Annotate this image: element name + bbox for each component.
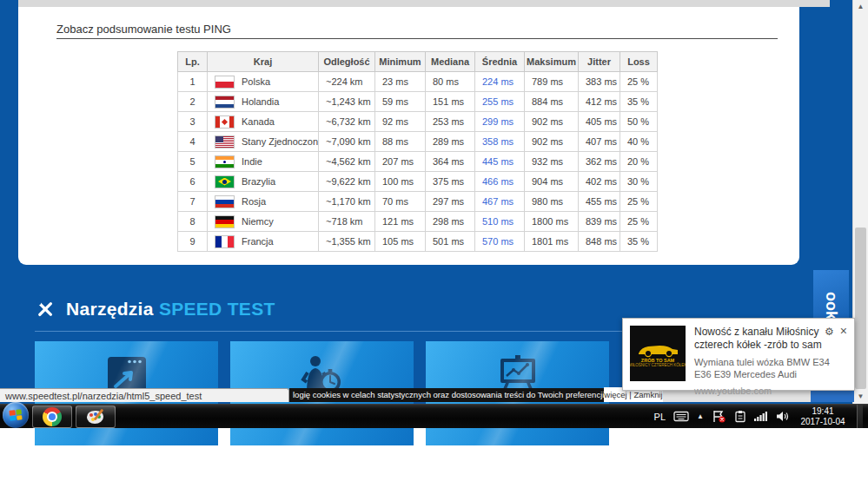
cell-loss: 30 %: [620, 172, 658, 192]
scrollbar-thumb[interactable]: [855, 228, 866, 389]
ping-title-rule: [56, 38, 778, 39]
network-signal-icon[interactable]: [754, 411, 768, 422]
cell-maximum: 1800 ms: [525, 212, 579, 232]
cell-distance: ~1,355 km: [319, 232, 375, 252]
clock-date: 2017-10-04: [797, 417, 849, 427]
notification-source: www.youtube.com: [694, 386, 847, 396]
cell-country: Polska: [208, 72, 319, 92]
cell-minimum: 70 ms: [375, 192, 426, 212]
fr-flag-icon: [215, 235, 235, 248]
cell-jitter: 405 ms: [579, 112, 620, 132]
column-header: Minimum: [375, 52, 426, 72]
cell-minimum: 105 ms: [375, 232, 426, 252]
cell-country: Brazylia: [208, 172, 319, 192]
taskbar-chrome-button[interactable]: [32, 406, 72, 428]
show-desktop-button[interactable]: [857, 405, 863, 428]
cell-minimum: 121 ms: [375, 212, 426, 232]
gear-icon[interactable]: ⚙: [825, 326, 834, 338]
ru-flag-icon: [215, 195, 235, 208]
cell-minimum: 207 ms: [375, 152, 426, 172]
cell-average-link[interactable]: 570 ms: [475, 232, 525, 252]
ping-section-title: Zobacz podsumowanie testu PING: [56, 23, 231, 36]
notification-text: Wymiana tulei wózka BMW E34 E36 E39 Merc…: [694, 356, 847, 380]
country-name: Brazylia: [242, 176, 275, 187]
country-name: Indie: [242, 156, 262, 167]
country-name: Francja: [242, 236, 274, 247]
cell-lp: 2: [178, 92, 208, 112]
cell-median: 364 ms: [426, 152, 475, 172]
cell-loss: 25 %: [620, 192, 658, 212]
cell-jitter: 412 ms: [579, 92, 620, 112]
cell-distance: ~1,170 km: [319, 192, 375, 212]
cell-jitter: 402 ms: [579, 172, 620, 192]
cell-loss: 35 %: [620, 232, 658, 252]
cell-maximum: 884 ms: [525, 92, 579, 112]
browser-status-url: www.speedtest.pl/narzedzia/html5_speed_t…: [0, 388, 289, 402]
cell-jitter: 455 ms: [579, 192, 620, 212]
cell-distance: ~224 km: [319, 72, 375, 92]
br-flag-icon: [215, 175, 235, 188]
cell-distance: ~1,243 km: [319, 92, 375, 112]
cell-minimum: 59 ms: [375, 92, 426, 112]
cell-jitter: 407 ms: [579, 132, 620, 152]
tools-icon: [35, 299, 56, 320]
cell-country: Niemcy: [208, 212, 319, 232]
country-name: Rosja: [242, 196, 266, 207]
cell-average-link[interactable]: 224 ms: [475, 72, 525, 92]
notification-thumbnail[interactable]: ZRÓB TO SAM MIŁOŚNICY CZTERECH KÓŁEK: [630, 326, 686, 381]
cell-average-link[interactable]: 299 ms: [475, 112, 525, 132]
language-indicator[interactable]: PL: [654, 412, 666, 422]
taskbar-paint-button[interactable]: [76, 406, 116, 428]
cell-average-link[interactable]: 510 ms: [475, 212, 525, 232]
cell-minimum: 92 ms: [375, 112, 426, 132]
column-header: Kraj: [208, 52, 319, 72]
cell-median: 501 ms: [426, 232, 475, 252]
cell-minimum: 100 ms: [375, 172, 426, 192]
scrollbar-up-arrow[interactable]: ▲: [857, 3, 865, 10]
cell-country: Rosja: [208, 192, 319, 212]
cell-median: 80 ms: [426, 72, 475, 92]
windows-taskbar: PL ▲: [0, 404, 868, 428]
cell-loss: 50 %: [620, 112, 658, 132]
column-header: Loss: [620, 52, 658, 72]
cell-average-link[interactable]: 358 ms: [475, 132, 525, 152]
windows-update-icon[interactable]: [734, 410, 746, 423]
cell-median: 298 ms: [426, 212, 475, 232]
cell-country: Holandia: [208, 92, 319, 112]
table-row: 6Brazylia~9,622 km100 ms375 ms466 ms904 …: [178, 172, 658, 192]
cell-country: Stany Zjednoczone: [208, 132, 319, 152]
scrollbar-down-arrow[interactable]: ▼: [857, 392, 865, 400]
notification-actions: ⚙ ×: [822, 326, 847, 338]
cell-average-link[interactable]: 466 ms: [475, 172, 525, 192]
in-flag-icon: [215, 155, 235, 168]
cell-lp: 8: [178, 212, 208, 232]
cell-distance: ~718 km: [319, 212, 375, 232]
cell-average-link[interactable]: 467 ms: [475, 192, 525, 212]
tools-title: Narzędzia SPEED TEST: [66, 299, 275, 320]
ping-table-body: 1Polska~224 km23 ms80 ms224 ms789 ms383 …: [178, 72, 658, 252]
de-flag-icon: [215, 215, 235, 228]
cell-average-link[interactable]: 445 ms: [475, 152, 525, 172]
cell-maximum: 902 ms: [525, 132, 579, 152]
start-button[interactable]: [3, 402, 29, 428]
keyboard-icon[interactable]: [673, 411, 689, 422]
hidden-icons-arrow[interactable]: ▲: [697, 412, 704, 420]
cell-median: 289 ms: [426, 132, 475, 152]
taskbar-clock[interactable]: 19:41 2017-10-04: [797, 406, 849, 427]
action-center-flag-icon[interactable]: [712, 410, 726, 423]
cell-maximum: 932 ms: [525, 152, 579, 172]
country-name: Polska: [242, 76, 270, 87]
cell-average-link[interactable]: 255 ms: [475, 92, 525, 112]
notification-body: Nowość z kanału Miłośnicy czterech kółek…: [694, 326, 847, 383]
cell-loss: 35 %: [620, 92, 658, 112]
cell-country: Indie: [208, 152, 319, 172]
table-row: 8Niemcy~718 km121 ms298 ms510 ms1800 ms8…: [178, 212, 658, 232]
screen: Zobacz podsumowanie testu PING Lp.KrajOd…: [0, 0, 868, 488]
youtube-notification-popup[interactable]: ZRÓB TO SAM MIŁOŚNICY CZTERECH KÓŁEK Now…: [622, 318, 855, 391]
speaker-icon[interactable]: [776, 411, 789, 422]
cell-jitter: 362 ms: [579, 152, 620, 172]
cell-minimum: 88 ms: [375, 132, 426, 152]
table-row: 1Polska~224 km23 ms80 ms224 ms789 ms383 …: [178, 72, 658, 92]
table-row: 9Francja~1,355 km105 ms501 ms570 ms1801 …: [178, 232, 658, 252]
close-icon[interactable]: ×: [840, 326, 847, 338]
